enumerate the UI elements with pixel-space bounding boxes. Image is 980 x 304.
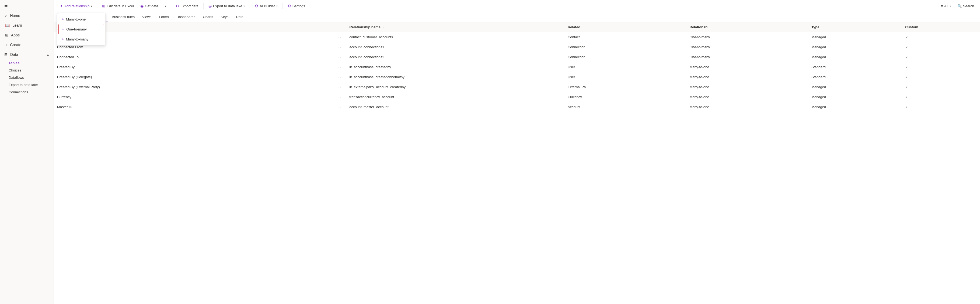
filter-arrow: ▾ (950, 5, 951, 8)
relationships-table-container: Display name ↑ ↓ Relationship name ↓ Rel… (54, 22, 980, 304)
sidebar-section-connections[interactable]: Connections (0, 88, 54, 96)
get-data-button[interactable]: ◉ Get data (138, 2, 161, 10)
data-icon: ⊟ (4, 52, 8, 57)
search-icon: 🔍 (958, 4, 962, 8)
tab-forms[interactable]: Forms (155, 12, 173, 22)
cell-rel-type: Many-to-one (686, 72, 808, 82)
cell-related: Connection (565, 42, 686, 52)
cell-type: Managed (808, 32, 902, 42)
cell-related: Currency (565, 92, 686, 102)
cell-relationship-name: lk_accountbase_createdonbehalfby (346, 72, 565, 82)
cell-relationship-name: lk_externalparty_account_createdby (346, 82, 565, 92)
cell-rel-type: Many-to-one (686, 62, 808, 72)
cell-rel-type: One-to-many (686, 52, 808, 62)
edit-excel-button[interactable]: ⊞ Edit data in Excel (99, 2, 136, 10)
sidebar-section-choices[interactable]: Choices (0, 67, 54, 74)
cell-row-actions[interactable]: ··· (335, 92, 346, 102)
table-row: Currency ··· transactioncurrency_account… (54, 92, 980, 102)
cell-related: External Pa... (565, 82, 686, 92)
cell-related: User (565, 72, 686, 82)
tab-data[interactable]: Data (232, 12, 247, 22)
cell-row-actions[interactable]: ··· (335, 32, 346, 42)
cell-rel-type: One-to-many (686, 32, 808, 42)
add-icon: ✦ (60, 4, 63, 8)
cell-display-name: Created By (Delegate) (54, 72, 335, 82)
cell-type: Standard (808, 62, 902, 72)
ai-builder-button[interactable]: ⚙ AI Builder ▾ (252, 2, 280, 10)
sidebar-item-data[interactable]: ⊟ Data ▲ (0, 50, 54, 59)
cell-row-actions[interactable]: ··· (335, 52, 346, 62)
cell-type: Managed (808, 102, 902, 112)
tab-business-rules[interactable]: Business rules (108, 12, 138, 22)
export-data-button[interactable]: ↦ Export data (173, 2, 201, 10)
tab-views[interactable]: Views (138, 12, 155, 22)
sort-icons-rel[interactable]: ↓ (382, 26, 384, 29)
col-header-custom[interactable]: Custom... (902, 22, 980, 32)
get-data-dropdown[interactable]: ▾ (162, 3, 169, 9)
col-header-reltype[interactable]: Relationshi... ↓ (686, 22, 808, 32)
add-relationship-button[interactable]: ✦ Add relationship ▾ (57, 2, 95, 10)
home-icon: ⌂ (5, 13, 7, 18)
sidebar-section-dataflows[interactable]: Dataflows (0, 74, 54, 81)
export-icon: ↦ (176, 4, 179, 8)
sidebar-section-tables[interactable]: Tables (0, 59, 54, 67)
toolbar: ✦ Add relationship ▾ + Many-to-one + One… (54, 0, 980, 12)
create-icon: + (5, 43, 7, 47)
toolbar-divider-3 (203, 3, 204, 9)
cell-rel-type: One-to-many (686, 42, 808, 52)
main-content: ✦ Add relationship ▾ + Many-to-one + One… (54, 0, 980, 304)
cell-related: User (565, 62, 686, 72)
sort-icons-related[interactable]: ↓ (585, 26, 587, 29)
col-header-type[interactable]: Type ↓ (808, 22, 902, 32)
chevron-up-icon: ▲ (46, 53, 49, 56)
col-header-related[interactable]: Related... ↓ (565, 22, 686, 32)
sidebar: ☰ ⌂ Home 📖 Learn ⊞ Apps + Create ⊟ Data … (0, 0, 54, 304)
cell-custom: ✓ (902, 42, 980, 52)
plus-icon-many-many: + (62, 37, 64, 41)
table-row: Connected To ··· account_connections2 Co… (54, 52, 980, 62)
cell-custom: ✓ (902, 32, 980, 42)
cell-row-actions[interactable]: ··· (335, 102, 346, 112)
filter-lines-icon: ≡ (941, 4, 943, 8)
sidebar-item-home[interactable]: ⌂ Home (0, 11, 54, 21)
add-relationship-dropdown: + Many-to-one + One-to-many + Many-to-ma… (57, 13, 105, 45)
cell-display-name: Master ID (54, 102, 335, 112)
col-header-relationship-name[interactable]: Relationship name ↓ (346, 22, 565, 32)
sidebar-section-export[interactable]: Export to data lake (0, 81, 54, 88)
cell-row-actions[interactable]: ··· (335, 62, 346, 72)
sidebar-item-create[interactable]: + Create (0, 40, 54, 50)
table-row: Created By (External Party) ··· lk_exter… (54, 82, 980, 92)
sort-icons-type[interactable]: ↓ (821, 26, 823, 29)
table-row: Created By (Delegate) ··· lk_accountbase… (54, 72, 980, 82)
tab-dashboards[interactable]: Dashboards (173, 12, 199, 22)
settings-icon: ⚙ (288, 4, 291, 8)
cell-row-actions[interactable]: ··· (335, 42, 346, 52)
filter-button[interactable]: ≡ All ▾ (938, 2, 954, 10)
sidebar-item-learn[interactable]: 📖 Learn (0, 21, 54, 30)
cell-row-actions[interactable]: ··· (335, 82, 346, 92)
relationships-table: Display name ↑ ↓ Relationship name ↓ Rel… (54, 22, 980, 112)
cell-display-name: Currency (54, 92, 335, 102)
sidebar-hamburger[interactable]: ☰ (0, 0, 54, 11)
export-lake-button[interactable]: ◎ Export to data lake ▾ (206, 2, 248, 10)
toolbar-divider-1 (97, 3, 97, 9)
cell-related: Contact (565, 32, 686, 42)
sort-icons-reltype[interactable]: ↓ (713, 26, 715, 29)
lake-icon: ◎ (208, 4, 212, 8)
one-to-many-item[interactable]: + One-to-many (59, 24, 104, 34)
settings-button[interactable]: ⚙ Settings (285, 2, 308, 10)
add-relationship-dropdown-arrow[interactable]: ▾ (91, 5, 92, 8)
sidebar-item-apps[interactable]: ⊞ Apps (0, 30, 54, 40)
many-to-many-item[interactable]: + Many-to-many (57, 34, 105, 44)
many-to-one-item[interactable]: + Many-to-one (57, 14, 105, 24)
cell-row-actions[interactable]: ··· (335, 72, 346, 82)
table-row: Connected From ··· account_connections1 … (54, 42, 980, 52)
tab-charts[interactable]: Charts (199, 12, 217, 22)
cell-relationship-name: lk_accountbase_createdby (346, 62, 565, 72)
tab-keys[interactable]: Keys (217, 12, 232, 22)
col-header-actions (335, 22, 346, 32)
ai-icon: ⚙ (255, 4, 258, 8)
cell-rel-type: Many-to-one (686, 92, 808, 102)
excel-icon: ⊞ (102, 4, 105, 8)
search-button[interactable]: 🔍 Search (955, 2, 977, 10)
